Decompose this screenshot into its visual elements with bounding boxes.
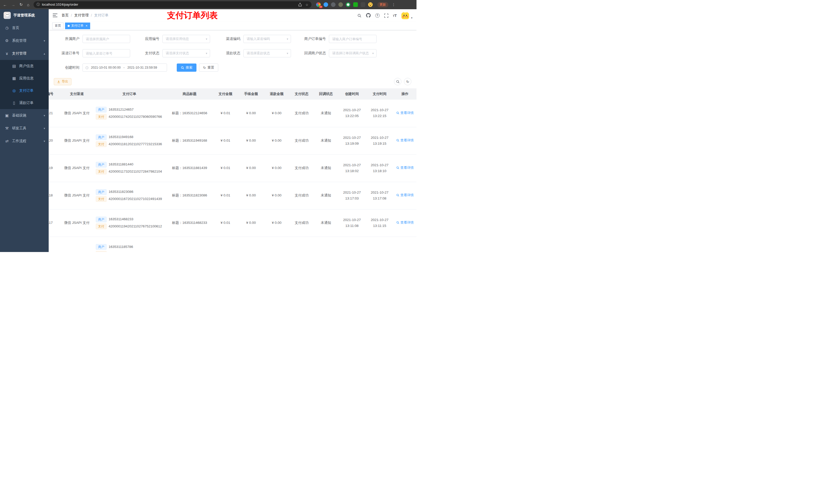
tab-pay-order[interactable]: 支付订单 × [65, 23, 90, 29]
cell-id: 118 [49, 182, 62, 209]
browser-menu-icon[interactable]: ⋮ [392, 3, 396, 7]
extension-icon-emoji[interactable] [368, 2, 373, 7]
browser-reload-icon[interactable]: ↻ [20, 2, 23, 7]
browser-update-button[interactable]: 更新 [377, 2, 388, 7]
cell-fee: ¥ 0.00 [238, 127, 264, 154]
chevron-down-icon[interactable]: ▾ [411, 16, 412, 19]
browser-nav-buttons: ← → ↻ ⌂ [3, 2, 29, 7]
view-detail-link[interactable]: 查看详情 [396, 138, 414, 143]
breadcrumb-section[interactable]: 支付管理 [74, 13, 89, 18]
merchant-order-no: 1635311949168 [109, 134, 134, 140]
extension-icon-blue[interactable] [324, 2, 328, 7]
reset-button-label: 重置 [208, 65, 214, 70]
merchant-tag: 商户 [96, 162, 106, 167]
table-header-cell: 支付时间 [366, 88, 394, 100]
github-icon[interactable] [366, 13, 371, 18]
cell-create-time: 2021-10-27 13:22:05 [338, 100, 366, 127]
tab-close-icon[interactable]: × [86, 24, 88, 27]
filter-merchant: 所属商户 [54, 35, 130, 43]
select-placeholder: 请输入渠道编码 [247, 37, 286, 41]
sidebar-item-workflow[interactable]: ⇄ 工作流程 ▾ [0, 135, 49, 147]
table-header-cell: 回调状态 [314, 88, 338, 100]
sidebar-toggle-icon[interactable] [53, 13, 57, 18]
app-logo[interactable]: 芋道管理系统 [0, 9, 49, 22]
chevron-down-icon: ▾ [44, 39, 45, 43]
view-detail-link[interactable]: 查看详情 [396, 165, 414, 171]
view-detail-link[interactable]: 查看详情 [396, 220, 414, 225]
cell-amount: ¥ 0.01 [213, 100, 238, 127]
reset-button[interactable]: ↻ 重置 [199, 64, 218, 72]
table-row: 商户 1635311185786 支付 [49, 237, 416, 252]
cell-create-time: 2021-10-27 13:19:09 [338, 127, 366, 154]
sidebar-item-app-info[interactable]: ▦ 应用信息 [0, 72, 49, 85]
table-body: 121 微信 JSAPI 支付 商户 1635312124657 支付 4200… [49, 100, 416, 252]
share-icon[interactable] [299, 3, 302, 7]
help-icon[interactable]: ? [375, 13, 380, 18]
merchant-order-no-input[interactable] [329, 35, 377, 43]
export-button[interactable]: 导出 [54, 78, 71, 85]
create-time-range-picker[interactable]: 2021-10-01 00:00:00 - 2021-10-31 23:59:5… [82, 64, 167, 72]
extension-icon-puzzle[interactable] [361, 2, 365, 7]
breadcrumb-home[interactable]: 首页 [62, 13, 69, 18]
pay-order-no: 4200001181202110277723215336 [109, 141, 162, 147]
extension-icon-colorful[interactable]: 10 [316, 2, 321, 7]
address-bar[interactable]: ⓘ localhost:1024/pay/order ☆ [33, 1, 311, 8]
sidebar-item-dev-tools[interactable]: ⚒ 研发工具 ▾ [0, 122, 49, 135]
document-icon: ▯ [12, 101, 16, 105]
browser-home-icon[interactable]: ⌂ [27, 3, 29, 7]
table-row: 119 微信 JSAPI 支付 商户 1635311881440 支付 4200… [49, 154, 416, 182]
orders-table-viewport[interactable]: 编号 支付渠道 支付订单 商品标题 支付金额 手续金额 退款金额 支付状态 回调… [49, 88, 416, 252]
table-header-cell: 手续金额 [238, 88, 264, 100]
sidebar-item-refund-order[interactable]: ▯ 退款订单 [0, 97, 49, 109]
avatar[interactable] [401, 11, 409, 19]
site-info-icon[interactable]: ⓘ [37, 2, 40, 7]
select-placeholder: 请选择订单回调商户状态 [332, 51, 371, 55]
refresh-table-icon[interactable]: ↻ [404, 78, 411, 85]
sidebar-item-merchant-info[interactable]: ▤ 商户信息 [0, 60, 49, 72]
extension-icon-olive[interactable] [338, 2, 343, 7]
merchant-order-no: 1635311185786 [109, 244, 133, 250]
search-icon[interactable] [357, 13, 361, 18]
extension-icon-green-ring[interactable] [346, 2, 351, 7]
sidebar-item-pay-order[interactable]: ◎ 支付订单 [0, 85, 49, 97]
monitor-icon: ▣ [5, 113, 9, 118]
cell-fee: ¥ 0.00 [238, 100, 264, 127]
cell-id: 120 [49, 127, 62, 154]
fullscreen-icon[interactable] [384, 13, 388, 18]
search-button[interactable]: 搜索 [177, 64, 196, 72]
pay-status-select[interactable]: 请选择支付状态 ▾ [162, 49, 210, 57]
cell-action: 查看详情 [394, 100, 416, 127]
merchant-input[interactable] [82, 35, 130, 43]
channel-code-select[interactable]: 请输入渠道编码 ▾ [243, 35, 291, 43]
sidebar-item-home[interactable]: ◷ 首页 [0, 22, 49, 34]
cell-title: 标题：1635312124656 [166, 100, 213, 127]
merchant-order-no: 1635311823086 [109, 189, 134, 195]
font-size-icon[interactable]: TT [393, 13, 397, 18]
sidebar-item-pay[interactable]: ¥ 支付管理 ▴ [0, 47, 49, 60]
cell-pay-order: 商户 1635311185786 支付 [92, 237, 166, 252]
browser-forward-icon[interactable]: → [11, 3, 15, 7]
extension-icon-green-square[interactable] [353, 2, 358, 7]
top-navbar: 首页 / 支付管理 / 支付订单 支付订单列表 ? [49, 9, 416, 22]
filter-pay-status: 支付状态 请选择支付状态 ▾ [137, 49, 210, 57]
sidebar-item-system[interactable]: ⚙ 系统管理 ▾ [0, 34, 49, 47]
breadcrumb-separator: / [91, 13, 92, 18]
cell-fee: ¥ 0.00 [238, 154, 264, 182]
channel-order-no-input[interactable] [82, 49, 130, 57]
view-detail-link[interactable]: 查看详情 [396, 110, 414, 116]
browser-back-icon[interactable]: ← [3, 3, 7, 7]
notify-status-select[interactable]: 请选择订单回调商户状态 ▾ [329, 49, 377, 57]
cell-amount: ¥ 0.01 [213, 182, 238, 209]
toggle-search-icon[interactable] [394, 78, 401, 85]
refund-status-select[interactable]: 请选择退款状态 ▾ [243, 49, 291, 57]
view-detail-link[interactable]: 查看详情 [396, 192, 414, 198]
bookmark-star-icon[interactable]: ☆ [305, 3, 308, 7]
extension-icon-grey[interactable] [331, 2, 336, 7]
tab-home[interactable]: 首页 [52, 23, 64, 29]
sidebar-item-infra[interactable]: ▣ 基础设施 ▾ [0, 109, 49, 122]
cell-pay-order: 商户 1635311881440 支付 42000011732021102728… [92, 154, 166, 182]
app-select[interactable]: 请选择应用信息 ▾ [162, 35, 210, 43]
cell-title: 标题：1635311881439 [166, 154, 213, 182]
cell-pay-status: 支付成功 [289, 127, 314, 154]
filter-label: 商户订单编号 [298, 37, 329, 41]
